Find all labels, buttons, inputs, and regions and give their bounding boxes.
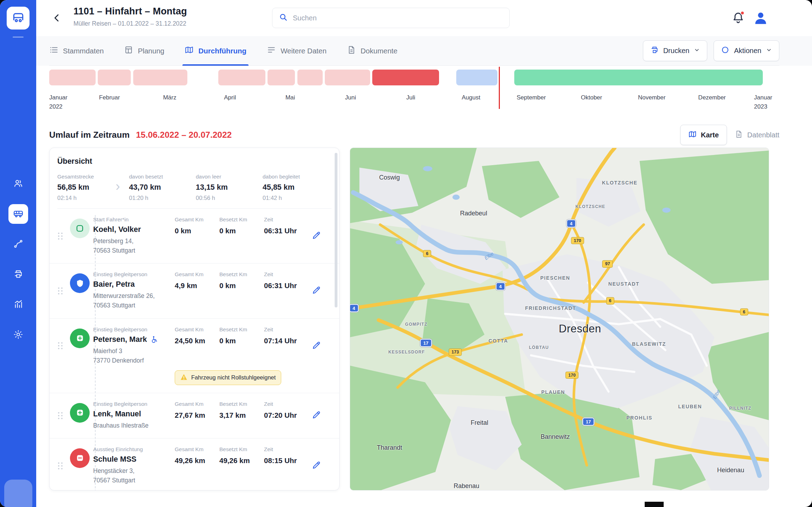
timeline-segment-green[interactable] bbox=[514, 70, 763, 85]
user-avatar[interactable] bbox=[752, 10, 769, 27]
sidebar-item-statistics[interactable] bbox=[8, 295, 28, 314]
timeline-month-label: März bbox=[163, 94, 176, 101]
stop-type-icon bbox=[70, 219, 90, 238]
map-label-neustadt: NEUSTADT bbox=[608, 281, 640, 287]
stop-address: Petersberg 14,70563 Stuttgart bbox=[93, 236, 175, 255]
stop-row: Einstieg Begleitperson Petersen, Mark Ma… bbox=[50, 318, 339, 393]
sidebar-item-routes[interactable] bbox=[8, 234, 28, 254]
warning-icon bbox=[180, 374, 187, 382]
print-button[interactable]: Drucken bbox=[643, 40, 707, 61]
drag-handle-icon[interactable] bbox=[58, 342, 63, 349]
pencil-icon bbox=[311, 340, 321, 351]
stop-row: Einstieg Begleitperson Baier, Petra Mitt… bbox=[50, 263, 339, 318]
toolbar: Drucken Aktionen bbox=[643, 40, 779, 61]
besetzt-km-cell: Besetzt Km 3,17 km bbox=[219, 401, 264, 430]
map-label-leuben: LEUBEN bbox=[678, 404, 702, 409]
chevron-down-icon bbox=[694, 47, 700, 55]
sidebar-item-settings[interactable] bbox=[8, 325, 28, 345]
zeit-cell: Zeit 06:31 Uhr bbox=[264, 271, 306, 310]
timeline-month-label: Mai bbox=[285, 94, 295, 101]
scrollbar[interactable] bbox=[335, 153, 337, 307]
stat-gesamtstrecke: Gesamtstrecke 56,85 km 02:14 h bbox=[57, 174, 107, 201]
timeline-segment-pink[interactable] bbox=[218, 70, 265, 85]
timeline-segment-pink[interactable] bbox=[325, 70, 370, 85]
tab-weitere-daten[interactable]: Weitere Daten bbox=[267, 36, 327, 66]
search-input[interactable] bbox=[293, 14, 503, 22]
edit-stop-button[interactable] bbox=[308, 408, 324, 424]
drag-handle-icon[interactable] bbox=[58, 233, 63, 240]
period-range: 15.06.2022 – 20.07.2022 bbox=[136, 130, 232, 140]
edit-stop-button[interactable] bbox=[308, 458, 324, 474]
tab-planung[interactable]: Planung bbox=[124, 36, 164, 66]
timeline-segment-pink[interactable] bbox=[297, 70, 323, 85]
map-label-klotzsche: KLOTZSCHE bbox=[575, 204, 605, 209]
stats-icon bbox=[13, 299, 23, 310]
timeline-month-label: Februar bbox=[99, 94, 120, 101]
bus-logo-icon bbox=[12, 11, 25, 26]
stops-list: Start Fahrer*in Koehl, Volker Petersberg… bbox=[50, 209, 339, 490]
sidebar-item-users[interactable] bbox=[8, 174, 28, 194]
notifications-button[interactable] bbox=[731, 11, 745, 26]
bell-icon bbox=[732, 20, 745, 26]
drag-handle-icon[interactable] bbox=[58, 462, 63, 469]
tab-stammdaten[interactable]: Stammdaten bbox=[49, 36, 104, 66]
drag-handle-icon[interactable] bbox=[58, 412, 63, 419]
actions-button[interactable]: Aktionen bbox=[714, 40, 779, 61]
timeline-segment-pink[interactable] bbox=[98, 70, 131, 85]
view-map-button[interactable]: Karte bbox=[680, 125, 727, 145]
stop-type-icon bbox=[70, 448, 90, 468]
view-datasheet-label: Datenblatt bbox=[747, 131, 779, 139]
timeline-month-label: September bbox=[517, 94, 546, 101]
sidebar-item-printing[interactable] bbox=[8, 265, 28, 284]
timeline-segment-pink[interactable] bbox=[49, 70, 96, 85]
map-panel[interactable]: CoswigRadebeulKLOTZSCHEKLOTZSCHEPIESCHEN… bbox=[350, 148, 769, 490]
road-badge-6: 6 bbox=[740, 308, 748, 316]
tab-strip: Stammdaten Planung Durchführung Weitere … bbox=[36, 36, 812, 66]
back-button[interactable] bbox=[50, 12, 64, 25]
stop-row: Start Fahrer*in Koehl, Volker Petersberg… bbox=[50, 209, 339, 263]
stop-type-icon bbox=[70, 273, 90, 293]
app-logo[interactable] bbox=[7, 7, 30, 30]
sidebar-item-vehicles[interactable] bbox=[8, 204, 28, 224]
road-badge-17: 17 bbox=[420, 339, 432, 347]
map-icon bbox=[185, 45, 194, 56]
timeline-segment-red[interactable] bbox=[372, 70, 439, 85]
tab-label: Durchführung bbox=[198, 47, 246, 55]
stop-row: Ausstieg Einrichtung Schule MSS Hengstäc… bbox=[50, 438, 339, 490]
stop-address: Mitterwurzerstraße 26,70563 Stuttgart bbox=[93, 291, 175, 310]
map-label-pillnitz: PILLNITZ bbox=[729, 406, 751, 411]
timeline-month-label: Januar2023 bbox=[754, 94, 772, 110]
tab-label: Stammdaten bbox=[63, 47, 104, 55]
stop-type-label: Start Fahrer*in bbox=[93, 216, 175, 223]
timeline-month-label: Dezember bbox=[698, 94, 726, 101]
gesamt-km-cell: Gesamt Km 4,9 km bbox=[175, 271, 219, 310]
map-label-bannewitz: Bannewitz bbox=[541, 433, 570, 441]
timeline-track bbox=[49, 70, 772, 85]
notification-badge bbox=[740, 11, 745, 15]
edit-stop-button[interactable] bbox=[308, 228, 324, 244]
timeline-current-marker[interactable] bbox=[499, 67, 500, 109]
pencil-icon bbox=[311, 460, 321, 471]
timeline-segment-pink[interactable] bbox=[133, 70, 187, 85]
stat-leer: davon leer 13,15 km 00:56 h bbox=[196, 174, 263, 201]
timeline-segment-pink[interactable] bbox=[268, 70, 295, 85]
edit-stop-button[interactable] bbox=[308, 283, 324, 299]
stop-type-label: Einstieg Begleitperson bbox=[93, 271, 175, 278]
pencil-icon bbox=[311, 230, 321, 241]
timeline-month-label: Oktober bbox=[581, 94, 602, 101]
stat-begleitet: dabon begleitet 45,85 km 01:42 h bbox=[263, 174, 329, 201]
map-label-pieschen: PIESCHEN bbox=[540, 275, 570, 281]
tab-dokumente[interactable]: Dokumente bbox=[347, 36, 398, 66]
zeit-cell: Zeit 07:20 Uhr bbox=[264, 401, 306, 430]
view-datasheet-button[interactable]: Datenblatt bbox=[735, 130, 779, 140]
timeline-segment-blue[interactable] bbox=[456, 70, 497, 85]
besetzt-km-cell: Besetzt Km 0 km bbox=[219, 271, 264, 310]
road-badge-170: 170 bbox=[571, 237, 584, 245]
circle-icon bbox=[721, 46, 729, 56]
edit-stop-button[interactable] bbox=[308, 338, 324, 354]
vehicle-icon bbox=[13, 208, 24, 220]
drag-handle-icon[interactable] bbox=[58, 287, 63, 294]
stop-address: Brauhaus Ihlestraße bbox=[93, 421, 175, 430]
view-map-label: Karte bbox=[701, 131, 719, 139]
tab-durchfuehrung[interactable]: Durchführung bbox=[185, 36, 246, 66]
